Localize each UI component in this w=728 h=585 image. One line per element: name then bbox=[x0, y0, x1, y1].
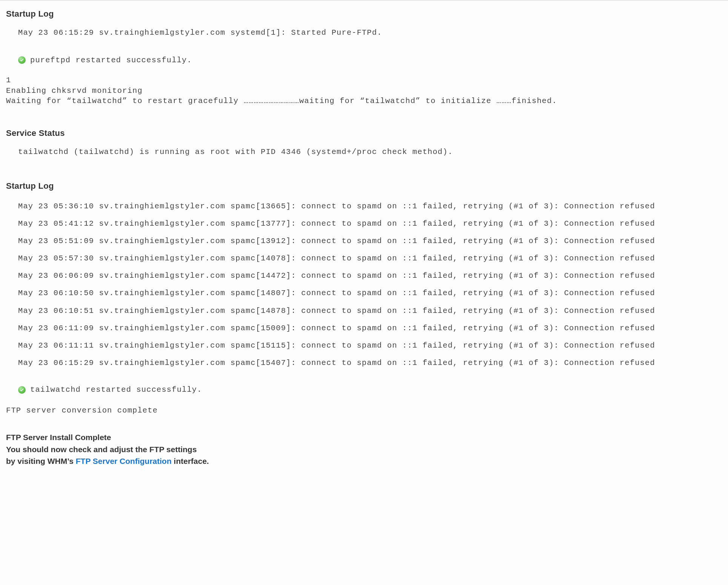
tailwatchd-status-text: tailwatchd restarted successfully. bbox=[30, 385, 202, 394]
mid-line-2: Enabling chksrvd monitoring bbox=[6, 86, 143, 95]
pureftpd-status-row: pureftpd restarted successfully. bbox=[18, 56, 722, 65]
ftp-server-config-link[interactable]: FTP Server Configuration bbox=[76, 457, 172, 465]
mid-line-1: 1 bbox=[6, 76, 11, 85]
mid-line-3: Waiting for “tailwatchd” to restart grac… bbox=[6, 97, 557, 105]
service-status-line: tailwatchd (tailwatchd) is running as ro… bbox=[18, 145, 722, 159]
startup-log-line-1: May 23 06:15:29 sv.trainghiemlgstyler.co… bbox=[18, 26, 722, 40]
ftp-conversion-line: FTP server conversion complete bbox=[6, 406, 722, 415]
service-status-heading: Service Status bbox=[6, 128, 722, 138]
footer-line-3-pre: by visiting WHM’s bbox=[6, 457, 76, 465]
spamc-log-block: May 23 05:36:10 sv.trainghiemlgstyler.co… bbox=[18, 198, 722, 372]
footer-line-3: by visiting WHM’s FTP Server Configurati… bbox=[6, 455, 722, 467]
install-complete-block: FTP Server Install Complete You should n… bbox=[6, 431, 722, 467]
footer-line-2: You should now check and adjust the FTP … bbox=[6, 443, 722, 456]
footer-line-3-post: interface. bbox=[172, 457, 209, 465]
success-check-icon bbox=[18, 386, 26, 394]
footer-line-1: FTP Server Install Complete bbox=[6, 431, 722, 443]
startup-log-heading-1: Startup Log bbox=[6, 9, 722, 19]
mid-info-block: 1 Enabling chksrvd monitoring Waiting fo… bbox=[6, 75, 722, 106]
pureftpd-status-text: pureftpd restarted successfully. bbox=[30, 56, 192, 65]
startup-log-heading-2: Startup Log bbox=[6, 181, 722, 191]
tailwatchd-status-row: tailwatchd restarted successfully. bbox=[18, 385, 722, 394]
success-check-icon bbox=[18, 56, 26, 64]
page-container: Startup Log May 23 06:15:29 sv.trainghie… bbox=[0, 1, 728, 482]
